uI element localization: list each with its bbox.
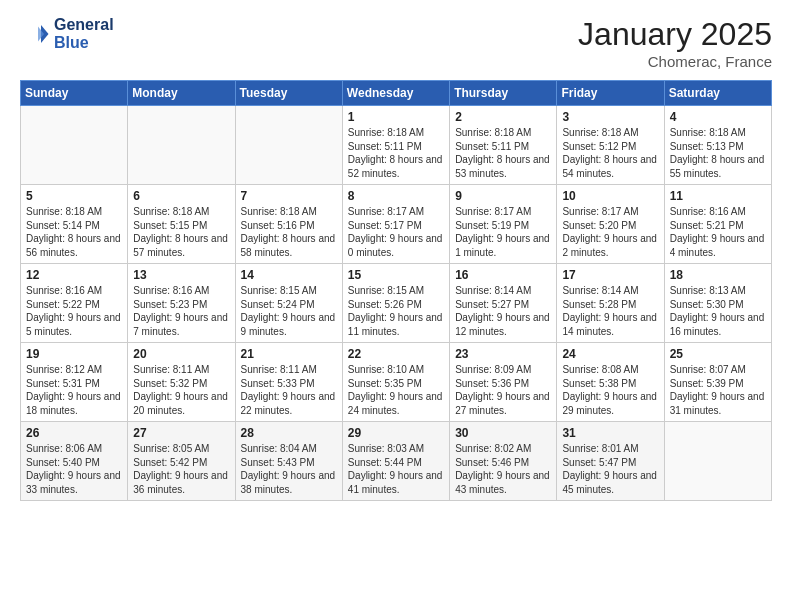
- day-header-friday: Friday: [557, 81, 664, 106]
- cell-content: Sunrise: 8:17 AM Sunset: 5:17 PM Dayligh…: [348, 205, 444, 259]
- day-number: 31: [562, 426, 658, 440]
- header: General Blue January 2025 Chomerac, Fran…: [20, 16, 772, 70]
- calendar-week-3: 12Sunrise: 8:16 AM Sunset: 5:22 PM Dayli…: [21, 264, 772, 343]
- day-number: 22: [348, 347, 444, 361]
- day-header-saturday: Saturday: [664, 81, 771, 106]
- cell-content: Sunrise: 8:14 AM Sunset: 5:28 PM Dayligh…: [562, 284, 658, 338]
- day-number: 15: [348, 268, 444, 282]
- cell-content: Sunrise: 8:01 AM Sunset: 5:47 PM Dayligh…: [562, 442, 658, 496]
- day-number: 24: [562, 347, 658, 361]
- calendar-cell: 20Sunrise: 8:11 AM Sunset: 5:32 PM Dayli…: [128, 343, 235, 422]
- calendar-cell: 18Sunrise: 8:13 AM Sunset: 5:30 PM Dayli…: [664, 264, 771, 343]
- day-number: 3: [562, 110, 658, 124]
- day-number: 8: [348, 189, 444, 203]
- calendar-cell: 16Sunrise: 8:14 AM Sunset: 5:27 PM Dayli…: [450, 264, 557, 343]
- logo-text: General Blue: [54, 16, 114, 52]
- cell-content: Sunrise: 8:13 AM Sunset: 5:30 PM Dayligh…: [670, 284, 766, 338]
- calendar-cell: 28Sunrise: 8:04 AM Sunset: 5:43 PM Dayli…: [235, 422, 342, 501]
- cell-content: Sunrise: 8:06 AM Sunset: 5:40 PM Dayligh…: [26, 442, 122, 496]
- calendar-page: General Blue January 2025 Chomerac, Fran…: [0, 0, 792, 612]
- day-number: 4: [670, 110, 766, 124]
- calendar-cell: 27Sunrise: 8:05 AM Sunset: 5:42 PM Dayli…: [128, 422, 235, 501]
- calendar-cell: 30Sunrise: 8:02 AM Sunset: 5:46 PM Dayli…: [450, 422, 557, 501]
- day-number: 13: [133, 268, 229, 282]
- day-number: 17: [562, 268, 658, 282]
- cell-content: Sunrise: 8:18 AM Sunset: 5:13 PM Dayligh…: [670, 126, 766, 180]
- cell-content: Sunrise: 8:15 AM Sunset: 5:26 PM Dayligh…: [348, 284, 444, 338]
- day-number: 6: [133, 189, 229, 203]
- day-number: 30: [455, 426, 551, 440]
- calendar-cell: 10Sunrise: 8:17 AM Sunset: 5:20 PM Dayli…: [557, 185, 664, 264]
- calendar-cell: 23Sunrise: 8:09 AM Sunset: 5:36 PM Dayli…: [450, 343, 557, 422]
- title-block: January 2025 Chomerac, France: [578, 16, 772, 70]
- day-header-tuesday: Tuesday: [235, 81, 342, 106]
- cell-content: Sunrise: 8:18 AM Sunset: 5:12 PM Dayligh…: [562, 126, 658, 180]
- day-header-wednesday: Wednesday: [342, 81, 449, 106]
- cell-content: Sunrise: 8:02 AM Sunset: 5:46 PM Dayligh…: [455, 442, 551, 496]
- cell-content: Sunrise: 8:15 AM Sunset: 5:24 PM Dayligh…: [241, 284, 337, 338]
- calendar-cell: 14Sunrise: 8:15 AM Sunset: 5:24 PM Dayli…: [235, 264, 342, 343]
- cell-content: Sunrise: 8:18 AM Sunset: 5:16 PM Dayligh…: [241, 205, 337, 259]
- calendar-week-5: 26Sunrise: 8:06 AM Sunset: 5:40 PM Dayli…: [21, 422, 772, 501]
- calendar-cell: 25Sunrise: 8:07 AM Sunset: 5:39 PM Dayli…: [664, 343, 771, 422]
- cell-content: Sunrise: 8:18 AM Sunset: 5:14 PM Dayligh…: [26, 205, 122, 259]
- calendar-cell: [128, 106, 235, 185]
- cell-content: Sunrise: 8:16 AM Sunset: 5:23 PM Dayligh…: [133, 284, 229, 338]
- calendar-cell: 22Sunrise: 8:10 AM Sunset: 5:35 PM Dayli…: [342, 343, 449, 422]
- cell-content: Sunrise: 8:16 AM Sunset: 5:22 PM Dayligh…: [26, 284, 122, 338]
- day-number: 2: [455, 110, 551, 124]
- calendar-cell: [21, 106, 128, 185]
- calendar-cell: 1Sunrise: 8:18 AM Sunset: 5:11 PM Daylig…: [342, 106, 449, 185]
- calendar-cell: 8Sunrise: 8:17 AM Sunset: 5:17 PM Daylig…: [342, 185, 449, 264]
- calendar-cell: 11Sunrise: 8:16 AM Sunset: 5:21 PM Dayli…: [664, 185, 771, 264]
- calendar-cell: 7Sunrise: 8:18 AM Sunset: 5:16 PM Daylig…: [235, 185, 342, 264]
- calendar-cell: 24Sunrise: 8:08 AM Sunset: 5:38 PM Dayli…: [557, 343, 664, 422]
- calendar-cell: 4Sunrise: 8:18 AM Sunset: 5:13 PM Daylig…: [664, 106, 771, 185]
- cell-content: Sunrise: 8:18 AM Sunset: 5:11 PM Dayligh…: [348, 126, 444, 180]
- day-header-thursday: Thursday: [450, 81, 557, 106]
- calendar-week-2: 5Sunrise: 8:18 AM Sunset: 5:14 PM Daylig…: [21, 185, 772, 264]
- day-number: 21: [241, 347, 337, 361]
- calendar-cell: 15Sunrise: 8:15 AM Sunset: 5:26 PM Dayli…: [342, 264, 449, 343]
- calendar-cell: 17Sunrise: 8:14 AM Sunset: 5:28 PM Dayli…: [557, 264, 664, 343]
- day-number: 12: [26, 268, 122, 282]
- day-number: 18: [670, 268, 766, 282]
- day-number: 14: [241, 268, 337, 282]
- location: Chomerac, France: [578, 53, 772, 70]
- month-title: January 2025: [578, 16, 772, 53]
- logo: General Blue: [20, 16, 114, 52]
- cell-content: Sunrise: 8:11 AM Sunset: 5:32 PM Dayligh…: [133, 363, 229, 417]
- calendar-cell: [235, 106, 342, 185]
- day-header-sunday: Sunday: [21, 81, 128, 106]
- cell-content: Sunrise: 8:08 AM Sunset: 5:38 PM Dayligh…: [562, 363, 658, 417]
- calendar-week-1: 1Sunrise: 8:18 AM Sunset: 5:11 PM Daylig…: [21, 106, 772, 185]
- calendar-cell: 31Sunrise: 8:01 AM Sunset: 5:47 PM Dayli…: [557, 422, 664, 501]
- cell-content: Sunrise: 8:10 AM Sunset: 5:35 PM Dayligh…: [348, 363, 444, 417]
- logo-icon: [20, 19, 50, 49]
- day-number: 1: [348, 110, 444, 124]
- calendar-cell: 21Sunrise: 8:11 AM Sunset: 5:33 PM Dayli…: [235, 343, 342, 422]
- day-number: 11: [670, 189, 766, 203]
- cell-content: Sunrise: 8:18 AM Sunset: 5:11 PM Dayligh…: [455, 126, 551, 180]
- cell-content: Sunrise: 8:11 AM Sunset: 5:33 PM Dayligh…: [241, 363, 337, 417]
- calendar-cell: 29Sunrise: 8:03 AM Sunset: 5:44 PM Dayli…: [342, 422, 449, 501]
- calendar-cell: 13Sunrise: 8:16 AM Sunset: 5:23 PM Dayli…: [128, 264, 235, 343]
- day-number: 28: [241, 426, 337, 440]
- day-number: 20: [133, 347, 229, 361]
- calendar-table: SundayMondayTuesdayWednesdayThursdayFrid…: [20, 80, 772, 501]
- day-number: 19: [26, 347, 122, 361]
- cell-content: Sunrise: 8:07 AM Sunset: 5:39 PM Dayligh…: [670, 363, 766, 417]
- day-number: 29: [348, 426, 444, 440]
- calendar-cell: 12Sunrise: 8:16 AM Sunset: 5:22 PM Dayli…: [21, 264, 128, 343]
- day-number: 7: [241, 189, 337, 203]
- calendar-header-row: SundayMondayTuesdayWednesdayThursdayFrid…: [21, 81, 772, 106]
- cell-content: Sunrise: 8:17 AM Sunset: 5:20 PM Dayligh…: [562, 205, 658, 259]
- calendar-cell: 3Sunrise: 8:18 AM Sunset: 5:12 PM Daylig…: [557, 106, 664, 185]
- cell-content: Sunrise: 8:05 AM Sunset: 5:42 PM Dayligh…: [133, 442, 229, 496]
- calendar-cell: 9Sunrise: 8:17 AM Sunset: 5:19 PM Daylig…: [450, 185, 557, 264]
- day-number: 9: [455, 189, 551, 203]
- day-number: 27: [133, 426, 229, 440]
- cell-content: Sunrise: 8:14 AM Sunset: 5:27 PM Dayligh…: [455, 284, 551, 338]
- calendar-cell: 2Sunrise: 8:18 AM Sunset: 5:11 PM Daylig…: [450, 106, 557, 185]
- day-number: 25: [670, 347, 766, 361]
